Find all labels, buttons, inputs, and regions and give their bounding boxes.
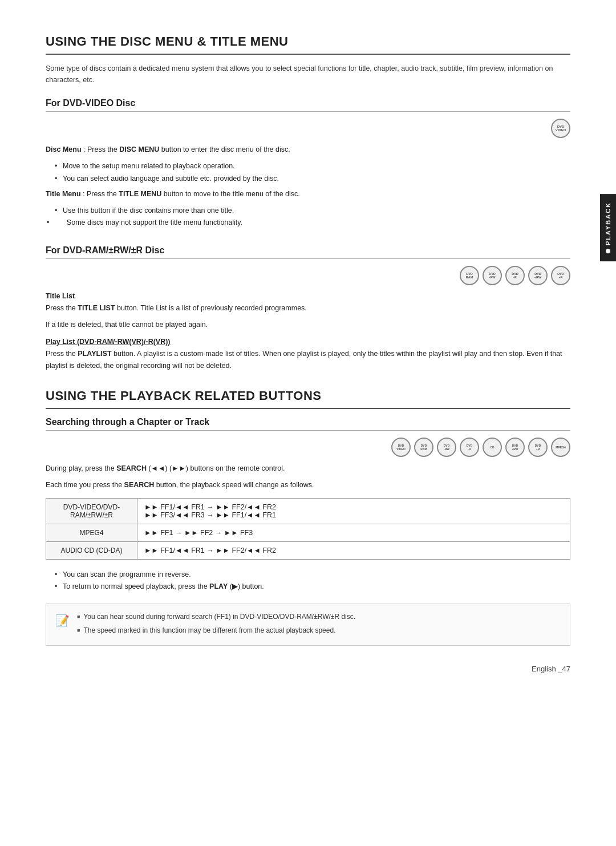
search-bullet1: You can scan the programme in reverse. xyxy=(63,569,570,581)
table-cell-label-2: MPEG4 xyxy=(46,524,137,542)
dvd-ram-section: For DVD-RAM/±RW/±R Disc DVDRAM DVD-RW DV… xyxy=(46,245,570,373)
search-intro1: During play, press the SEARCH (◄◄) (►►) … xyxy=(46,463,570,475)
title-list-text: Press the TITLE LIST button. Title List … xyxy=(46,302,570,314)
table-cell-value-3: ►► FF1/◄◄ FR1 → ►► FF2/◄◄ FR2 xyxy=(137,542,570,560)
search-table: DVD-VIDEO/DVD-RAM/±RW/±R ►► FF1/◄◄ FR1 →… xyxy=(46,498,570,560)
dvd-plus-r-icon: DVD+R xyxy=(551,266,570,285)
table-row: AUDIO CD (CD-DA) ►► FF1/◄◄ FR1 → ►► FF2/… xyxy=(46,542,570,560)
side-tab-dot xyxy=(606,249,610,253)
table-row: DVD-VIDEO/DVD-RAM/±RW/±R ►► FF1/◄◄ FR1 →… xyxy=(46,499,570,524)
disc-menu-label: Disc Menu xyxy=(46,145,82,153)
dvd-video-disc-icons: DVD VIDEO xyxy=(46,119,570,138)
page-content: USING THE DISC MENU & TITLE MENU Some ty… xyxy=(0,0,616,696)
bullet-list: You can scan the programme in reverse. T… xyxy=(46,569,570,593)
section2-title: USING THE PLAYBACK RELATED BUTTONS xyxy=(46,388,570,409)
search-dvd-ram-icon: DVDRAM xyxy=(414,438,433,457)
disc-menu-bullet1: Move to the setup menu related to playba… xyxy=(63,160,570,172)
title-list-head: Title List xyxy=(46,292,570,300)
disc-menu-bullet2: You can select audio language and subtit… xyxy=(63,173,570,185)
table-cell-label-1: DVD-VIDEO/DVD-RAM/±RW/±R xyxy=(46,499,137,524)
playlist-text: Press the PLAYLIST button. A playlist is… xyxy=(46,348,570,373)
search-dvd-rw-icon: DVD-RW xyxy=(437,438,456,457)
dvd-video-icon: DVD VIDEO xyxy=(551,119,570,138)
title-list-note: If a title is deleted, that title cannot… xyxy=(46,319,570,331)
dvd-video-section: For DVD-VIDEO Disc DVD VIDEO Disc Menu :… xyxy=(46,98,570,229)
dvd-r-icon: DVD-R xyxy=(505,266,525,285)
disc-menu-text2: button to enter the disc menu of the dis… xyxy=(159,145,290,153)
search-dvd-plus-rw-icon: DVD+RW xyxy=(505,438,525,457)
search-title: Searching through a Chapter or Track xyxy=(46,417,570,431)
disc-menu-line: Disc Menu : Press the DISC MENU button t… xyxy=(46,144,570,156)
note-text: You can hear sound during forward search… xyxy=(77,611,355,639)
dvd-ram-title: For DVD-RAM/±RW/±R Disc xyxy=(46,245,570,259)
search-disc-icons: DVDVIDEO DVDRAM DVD-RW DVD-R CD DVD+RW D… xyxy=(46,438,570,457)
table-cell-label-3: AUDIO CD (CD-DA) xyxy=(46,542,137,560)
title-menu-text: : Press the xyxy=(81,190,119,198)
playlist-head: Play List (DVD-RAM/-RW(VR)/-R(VR)) xyxy=(46,338,570,346)
section1-intro: Some type of discs contain a dedicated m… xyxy=(46,63,570,86)
title-menu-bullet1: Use this button if the disc contains mor… xyxy=(63,205,570,217)
disc-menu-bold: DISC MENU xyxy=(119,145,159,153)
search-bullet2: To return to normal speed playback, pres… xyxy=(63,581,570,593)
page-footer: English _47 xyxy=(532,665,570,673)
search-section: Searching through a Chapter or Track DVD… xyxy=(46,417,570,646)
title-menu-line: Title Menu : Press the TITLE MENU button… xyxy=(46,188,570,200)
dvd-rw-icon: DVD-RW xyxy=(483,266,502,285)
note-box: 📝 You can hear sound during forward sear… xyxy=(46,604,570,646)
title-menu-bold: TITLE MENU xyxy=(119,190,161,198)
section1-title: USING THE DISC MENU & TITLE MENU xyxy=(46,34,570,55)
section2: USING THE PLAYBACK RELATED BUTTONS Searc… xyxy=(46,388,570,646)
dvd-plus-rw-icon: DVD+RW xyxy=(528,266,548,285)
table-row: MPEG4 ►► FF1 → ►► FF2 → ►► FF3 xyxy=(46,524,570,542)
note-item-1: You can hear sound during forward search… xyxy=(77,611,355,622)
title-menu-bullet2: Some discs may not support the title men… xyxy=(55,217,570,229)
search-intro2: Each time you press the SEARCH button, t… xyxy=(46,479,570,491)
search-mpeg4-icon: MPEG4 xyxy=(551,438,570,457)
table-cell-value-1: ►► FF1/◄◄ FR1 → ►► FF2/◄◄ FR2►► FF3/◄◄ F… xyxy=(137,499,570,524)
table-cell-value-2: ►► FF1 → ►► FF2 → ►► FF3 xyxy=(137,524,570,542)
search-dvd-video-icon: DVDVIDEO xyxy=(391,438,411,457)
dvd-video-title: For DVD-VIDEO Disc xyxy=(46,98,570,112)
dvd-ram-icon: DVDRAM xyxy=(460,266,479,285)
search-dvd-plus-r-icon: DVD+R xyxy=(528,438,548,457)
section1: USING THE DISC MENU & TITLE MENU Some ty… xyxy=(46,34,570,373)
side-tab-label: PLAYBACK xyxy=(605,202,611,245)
dvd-ram-disc-icons: DVDRAM DVD-RW DVD-R DVD+RW DVD+R xyxy=(46,266,570,285)
disc-menu-text: : Press the xyxy=(82,145,120,153)
search-dvd-r-icon: DVD-R xyxy=(460,438,479,457)
page-number: English _47 xyxy=(532,665,570,673)
search-cd-icon: CD xyxy=(483,438,502,457)
note-item-2: The speed marked in this function may be… xyxy=(77,625,355,636)
side-tab: PLAYBACK xyxy=(600,194,616,261)
note-icon: 📝 xyxy=(55,611,70,630)
title-menu-label: Title Menu xyxy=(46,190,81,198)
title-menu-text2: button to move to the title menu of the … xyxy=(161,190,300,198)
